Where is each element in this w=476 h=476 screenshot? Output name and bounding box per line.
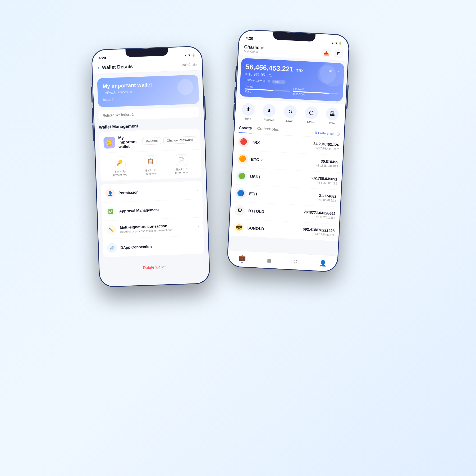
usdt-values: 602,786.035091 ≈$ 606,000.199 <box>310 176 337 185</box>
backup-private-key[interactable]: 🔑 Back Up private key <box>110 156 130 176</box>
bandwidth-item: Bandwidth 4000/5000 <box>292 87 338 98</box>
wallet-name-text: My important wallet <box>118 135 139 149</box>
left-screen: ‹ Wallet Details MainChain My important … <box>92 58 209 287</box>
eth-name: ETH <box>249 191 319 200</box>
balance-address-text: THPwer...5wtYC <box>245 78 266 83</box>
energy-item: Energy 37/60 <box>244 85 290 95</box>
hide-balance-icon[interactable]: 👁 <box>329 69 333 74</box>
scan-header-icon[interactable]: ⊡ <box>334 49 343 58</box>
right-status-icons: ▲ ▼ 🔋 <box>331 41 342 45</box>
wallet-actions: Rename Change Password <box>142 136 196 145</box>
backup-mnemonic[interactable]: 📄 Back Up mnemonic <box>172 154 191 174</box>
wallet-card: My important wallet THPvaU...Fhn5YC ⧉ In… <box>97 75 199 107</box>
menu-item-dapp[interactable]: 🔗 DApp Connection › <box>103 236 204 257</box>
trx-values: 34,234,453.126 ≈$ 2,760,842.982 <box>313 141 339 151</box>
approval-text: Approval Management <box>119 206 194 213</box>
sunold-icon: 😎 <box>234 222 245 233</box>
nav-assets[interactable]: 💼 <box>238 254 246 263</box>
backup-keystore-icon: 📋 <box>145 155 157 167</box>
usdt-icon: 🟢 <box>236 170 247 181</box>
tab-collectibles[interactable]: Collectibles <box>257 126 280 135</box>
tabs-right: ⇅ Preference ⊕ <box>314 130 340 137</box>
receive-label: Receive <box>263 118 274 122</box>
receive-header-icon[interactable]: 📥 <box>322 48 331 57</box>
left-phone: 4:20 ▲ ▼ 🔋 ‹ Wallet Details MainChain My… <box>91 46 210 287</box>
sunold-name: SUNOLD <box>247 226 303 233</box>
energy-bandwidth-row: Energy 37/60 Bandwidth 4000/5000 <box>244 85 338 98</box>
swap-icon[interactable]: ⇄ <box>260 46 264 50</box>
nav-history-icon: ↺ <box>293 258 298 265</box>
non-hd-badge: Non-HD <box>272 79 286 84</box>
permission-title: Permission <box>118 188 193 195</box>
trx-usd: ≈$ 2,760,842.982 <box>313 146 339 151</box>
btc-name: BTC ✓ <box>251 157 317 165</box>
backup-row: 🔑 Back Up private key 📋 Back Up keystore… <box>100 149 202 181</box>
dapp-icon: 🔗 <box>107 243 117 253</box>
swap-action[interactable]: ↻ Swap <box>283 105 297 123</box>
user-chain: MainChain <box>244 50 263 54</box>
stake-action[interactable]: ⬡ Stake <box>304 106 318 124</box>
backup-private-key-label: Back Up private key <box>111 170 130 176</box>
usdt-name: USDT <box>250 174 310 182</box>
send-action[interactable]: ⬆ Send <box>241 103 255 120</box>
related-wallets-link[interactable]: › <box>194 110 195 114</box>
multisig-icon: ✏️ <box>107 225 116 235</box>
vote-action[interactable]: 🗳 Vote <box>326 107 339 125</box>
phones-container: 4:20 ▲ ▼ 🔋 ‹ Wallet Details MainChain My… <box>93 26 383 450</box>
vote-label: Vote <box>329 121 335 125</box>
sunold-values: 692.418878222498 ≈$ 13.5483871 <box>303 227 335 236</box>
approval-chevron: › <box>197 206 199 211</box>
bttold-icon: ⚙ <box>234 205 245 216</box>
backup-mnemonic-icon: 📄 <box>175 154 187 166</box>
receive-icon: ⬇ <box>263 104 276 117</box>
multisig-text: Multi-signature transaction Request or p… <box>120 223 194 233</box>
address-copy-icon[interactable]: ⧉ <box>130 90 132 94</box>
dapp-chevron: › <box>198 242 200 247</box>
back-button[interactable]: ‹ <box>98 65 99 71</box>
backup-keystore-label: Back Up keystore <box>141 168 160 175</box>
add-asset-button[interactable]: ⊕ <box>336 131 340 137</box>
btc-usd: ≈$ 1555,934.813 <box>316 163 338 168</box>
approval-title: Approval Management <box>119 206 194 213</box>
nav-assets-dot <box>241 262 242 263</box>
preference-label[interactable]: ⇅ Preference <box>314 131 334 136</box>
tab-assets[interactable]: Assets <box>239 125 252 134</box>
balance-currency: TRX <box>296 68 304 73</box>
nav-profile[interactable]: 👤 <box>319 259 327 267</box>
backup-private-key-icon: 🔑 <box>114 156 126 168</box>
eth-values: 21.174682 ≈$ 85,885.35 <box>319 193 337 202</box>
right-screen: Charlie ⇄ MainChain 📥 ⊡ <box>227 42 349 272</box>
multisig-chevron: › <box>198 224 199 229</box>
backup-keystore[interactable]: 📋 Back Up keystore <box>141 155 161 175</box>
stake-label: Stake <box>307 120 315 123</box>
bttold-values: 2648771.04328662 ≈$ 6.77419355 <box>303 210 336 219</box>
eth-amount: 21.174682 <box>319 193 337 198</box>
eth-icon: 🔵 <box>235 187 246 199</box>
swap-icon: ↻ <box>284 105 297 118</box>
send-label: Send <box>244 117 251 120</box>
header-icons: 📥 ⊡ <box>322 48 343 58</box>
rename-button[interactable]: Rename <box>142 137 161 145</box>
expand-icon[interactable]: ↗ <box>336 69 340 74</box>
dapp-title: DApp Connection <box>120 243 195 250</box>
dapp-text: DApp Connection <box>120 243 195 250</box>
trx-icon: 🔴 <box>238 136 249 147</box>
permission-chevron: › <box>196 188 198 193</box>
related-wallets-label: Related Wallet(s) : 2 <box>103 112 134 117</box>
balance-address-copy[interactable]: ⧉ <box>268 79 270 83</box>
balance-amount: 56,456,453.221 <box>246 63 294 73</box>
swap-label: Swap <box>286 119 294 122</box>
nav-history[interactable]: ↺ <box>293 258 298 265</box>
management-card: 🪙 My important wallet Rename Change Pass… <box>99 128 202 181</box>
trx-name: TRX <box>252 140 313 148</box>
menu-item-approval[interactable]: ✅ Approval Management › <box>102 199 203 221</box>
delete-wallet-button[interactable]: Delete wallet <box>99 257 209 278</box>
right-status-time: 4:20 <box>246 36 253 40</box>
change-password-button[interactable]: Change Password <box>163 136 196 144</box>
receive-action[interactable]: ⬇ Receive <box>262 104 276 121</box>
bttold-name: BTTOLD <box>248 209 304 216</box>
nav-collections[interactable]: ◼ <box>267 257 272 264</box>
wallet-name-row: 🪙 My important wallet Rename Change Pass… <box>99 128 201 153</box>
btc-amount: 30.810455 <box>316 159 338 164</box>
right-phone: 4:20 ▲ ▼ 🔋 Charlie ⇄ MainChain <box>227 29 350 273</box>
